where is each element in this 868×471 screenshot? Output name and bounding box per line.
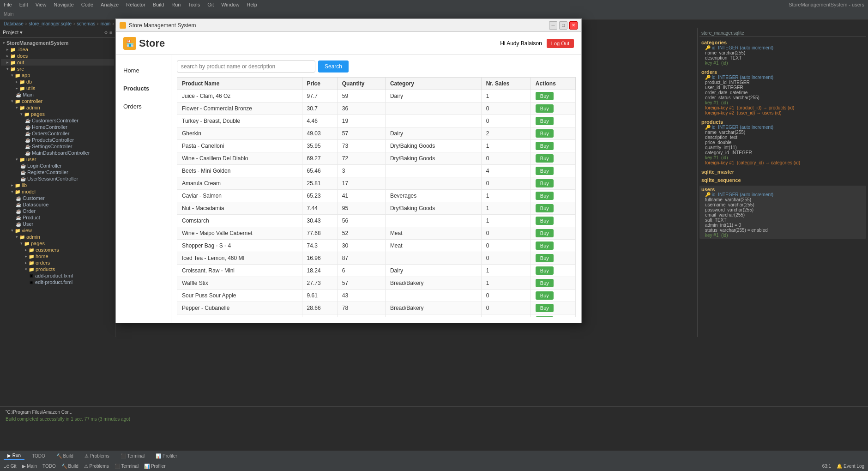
tree-customer-model[interactable]: ☕ Customer [1,195,114,201]
tree-login-ctrl[interactable]: ☕ LoginController [1,163,114,169]
tree-controller[interactable]: ▾ 📁 controller [1,98,114,104]
tree-lib[interactable]: ▸ 📁 lib [1,182,114,188]
ide-menu-git[interactable]: Git [207,2,214,7]
tree-idea[interactable]: ▸ 📁 .idea [1,46,114,53]
ide-menu-edit[interactable]: Edit [19,2,28,7]
ide-menu-refactor[interactable]: Refactor [126,2,145,7]
buy-button[interactable]: Buy [536,154,554,163]
cell-nr-sales: 1 [481,277,530,290]
cell-quantity: 36 [337,103,385,115]
tree-main-dash-ctrl[interactable]: ☕ MainDashboardController [1,150,114,156]
ide-menu-build[interactable]: Build [153,2,164,7]
buy-button[interactable]: Buy [536,266,554,275]
build-btn[interactable]: 🔨 Build [61,464,78,469]
tree-register-ctrl[interactable]: ☕ RegisterController [1,169,114,175]
ide-menu-view[interactable]: View [36,2,47,7]
search-button[interactable]: Search [318,60,349,72]
buy-button[interactable]: Buy [536,142,554,150]
buy-button[interactable]: Buy [536,167,554,175]
cell-price: 27.73 [302,277,337,290]
tab-profiler[interactable]: 📊 Profiler [152,453,181,459]
ide-menu-window[interactable]: Window [221,2,239,7]
ide-menu-analyze[interactable]: Analyze [101,2,119,7]
tree-order-model[interactable]: ☕ Order [1,208,114,214]
run-btn[interactable]: ▶ Main [22,464,37,469]
buy-button[interactable]: Buy [536,229,554,237]
tree-orders-ctrl[interactable]: ☕ OrdersController [1,130,114,137]
search-input[interactable] [177,60,315,72]
ide-menu-navigate[interactable]: Navigate [54,2,73,7]
tree-project-root[interactable]: ▾ StoreManagementSystem [1,40,114,46]
ide-menu-code[interactable]: Code [81,2,93,7]
tree-view-admin[interactable]: ▾ 📁 admin [1,234,114,240]
tree-edit-product[interactable]: ▣ edit-product.fxml [1,279,114,285]
tab-build[interactable]: 🔨 Build [53,453,77,459]
sidebar-item-home[interactable]: Home [116,62,171,78]
modal-maximize-button[interactable]: □ [559,21,567,30]
tab-problems[interactable]: ⚠ Problems [81,453,113,459]
tree-view-home[interactable]: ▸ 📁 home [1,253,114,260]
sidebar-item-products[interactable]: Products [116,80,171,97]
tree-usersession-ctrl[interactable]: ☕ UserSessionController [1,175,114,182]
table-row: Pasta - Canelloni 35.95 73 Dry/Baking Go… [177,140,576,152]
buy-button[interactable]: Buy [536,291,554,300]
buy-button[interactable]: Buy [536,104,554,113]
problems-btn[interactable]: ⚠ Problems [84,464,109,469]
terminal-btn[interactable]: ⬛ Terminal [115,464,139,469]
tree-view-customers[interactable]: ▸ 📁 customers [1,247,114,253]
buy-button[interactable]: Buy [536,179,554,187]
sidebar-item-orders[interactable]: Orders [116,98,171,115]
table-row: Amarula Cream 25.81 17 0 Buy [177,177,576,190]
modal-minimize-button[interactable]: ─ [549,21,557,30]
tree-home-ctrl[interactable]: ☕ HomeController [1,124,114,130]
profiler-btn[interactable]: 📊 Profiler [144,464,165,469]
cell-price: 65.46 [302,165,337,177]
products-table-container[interactable]: Product Name Price Quantity Category Nr.… [177,77,576,317]
tree-datasource-model[interactable]: ☕ Datasource [1,201,114,208]
tree-model[interactable]: ▾ 📁 model [1,188,114,195]
tree-products-ctrl[interactable]: ☕ ProductsController [1,137,114,143]
tree-add-product[interactable]: ▣ add-product.fxml [1,272,114,279]
buy-button[interactable]: Buy [536,92,554,100]
tree-docs[interactable]: ▸ 📁 docs [1,53,114,59]
ide-menu-help[interactable]: Help [247,2,257,7]
tree-customers-ctrl[interactable]: ☕ CustomersController [1,117,114,124]
buy-button[interactable]: Buy [536,279,554,287]
buy-button[interactable]: Buy [536,117,554,125]
buy-button[interactable]: Buy [536,217,554,225]
tree-settings-ctrl[interactable]: ☕ SettingsController [1,143,114,150]
tree-user-ctrl[interactable]: ▾ 📁 user [1,156,114,163]
buy-button[interactable]: Buy [536,242,554,250]
buy-button[interactable]: Buy [536,192,554,200]
bc-database: Database [4,21,24,26]
ide-menu-run[interactable]: Run [171,2,181,7]
table-header-row: Product Name Price Quantity Category Nr.… [177,78,576,90]
tree-out[interactable]: ▸ 📁 out [1,59,114,66]
modal-close-button[interactable]: ✕ [569,21,578,30]
buy-button[interactable]: Buy [536,204,554,212]
ide-menu-tools[interactable]: Tools [188,2,200,7]
tree-view-pages[interactable]: ▾ 📁 pages [1,240,114,247]
tree-user-model[interactable]: ☕ User [1,221,114,227]
tab-run[interactable]: ▶ Run [4,452,24,460]
cell-actions: Buy [530,90,575,103]
buy-button[interactable]: Buy [536,129,554,138]
buy-button[interactable]: Buy [536,316,554,317]
tab-todo[interactable]: TODO [28,453,49,459]
buy-button[interactable]: Buy [536,254,554,262]
tree-view[interactable]: ▾ 📁 view [1,227,114,234]
tree-view-orders[interactable]: ▸ 📁 orders [1,260,114,266]
tree-product-model[interactable]: ☕ Product [1,214,114,221]
tree-utils[interactable]: ▸ 📁 utils [1,85,114,91]
tab-terminal[interactable]: ⬛ Terminal [117,453,148,459]
tree-pages-ctrl[interactable]: ▾ 📁 pages [1,111,114,117]
ide-menu-file[interactable]: File [4,2,12,7]
tree-main[interactable]: ☕ Main [1,91,114,98]
tree-src[interactable]: ▾ 📁 src [1,66,114,72]
tree-admin-ctrl[interactable]: ▾ 📁 admin [1,104,114,111]
tree-app[interactable]: ▾ 📁 app [1,72,114,78]
logout-button[interactable]: Log Out [547,39,574,48]
tree-view-products[interactable]: ▾ 📁 products [1,266,114,272]
tree-db[interactable]: ▸ 📁 db [1,78,114,85]
buy-button[interactable]: Buy [536,304,554,312]
